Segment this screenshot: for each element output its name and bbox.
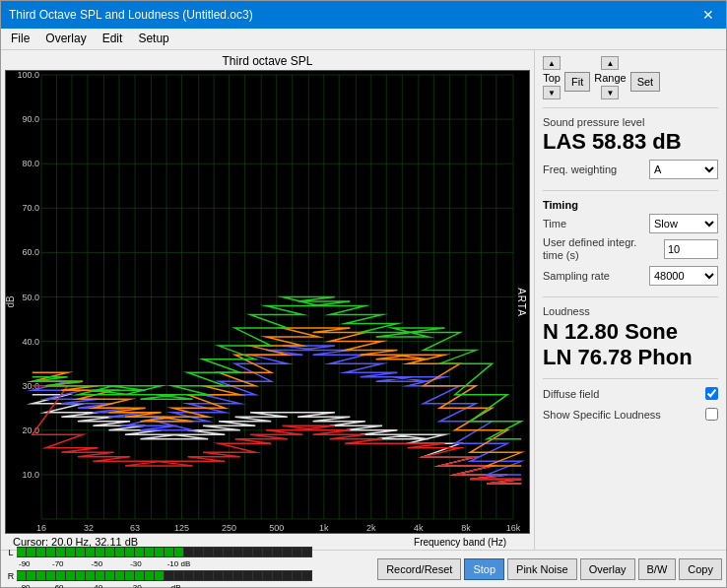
- window-title: Third Octave SPL and Loudness (Untitled.…: [9, 8, 253, 22]
- spl-section: Sound pressure level LAS 58.83 dB: [543, 116, 718, 154]
- user-integr-row: User defined integr. time (s): [543, 236, 718, 262]
- timing-title: Timing: [543, 199, 718, 211]
- right-panel: ▲ Top ▼ Fit ▲ Range ▼ Set: [534, 50, 726, 550]
- r-meter-bar: [17, 570, 312, 581]
- divider-3: [543, 296, 718, 297]
- l-ticks: -90 -70 -50 -30 -10 dB: [5, 559, 373, 568]
- chart-canvas: [6, 71, 529, 533]
- sampling-select[interactable]: 44100 48000 96000: [649, 266, 718, 286]
- loudness-label: Loudness: [543, 305, 718, 317]
- loudness-n-value: N 12.80 Sone: [543, 319, 718, 345]
- chart-container: ARTA: [5, 70, 530, 534]
- arta-label: ARTA: [516, 288, 527, 317]
- show-specific-checkbox[interactable]: [705, 408, 718, 421]
- tick-l-50: -50: [92, 559, 103, 568]
- diffuse-field-checkbox[interactable]: [705, 387, 718, 400]
- menu-overlay[interactable]: Overlay: [39, 31, 92, 47]
- copy-button[interactable]: Copy: [679, 558, 722, 580]
- divider-2: [543, 190, 718, 191]
- nav-group-fit: Fit: [564, 56, 590, 92]
- tick-r-60: -60: [52, 583, 64, 588]
- diffuse-field-label: Diffuse field: [543, 388, 599, 400]
- freq-band-label: Frequency band (Hz): [414, 537, 526, 548]
- stop-button[interactable]: Stop: [464, 558, 504, 580]
- overlay-button[interactable]: Overlay: [580, 558, 635, 580]
- sampling-row: Sampling rate 44100 48000 96000: [543, 266, 718, 286]
- freq-weighting-label: Freq. weighting: [543, 163, 617, 175]
- main-content: Third octave SPL ARTA Cursor: 20.0 Hz, 3…: [1, 50, 726, 550]
- top-down-button[interactable]: ▼: [543, 86, 561, 99]
- meter-row-l: L: [5, 546, 373, 558]
- show-specific-row: Show Specific Loudness: [543, 408, 718, 421]
- tick-l-10: -10 dB: [167, 559, 191, 568]
- menu-edit[interactable]: Edit: [97, 31, 129, 47]
- sampling-label: Sampling rate: [543, 270, 610, 282]
- user-integr-input[interactable]: [664, 239, 718, 259]
- tick-r-db: dB: [171, 583, 181, 588]
- spl-label: Sound pressure level: [543, 116, 718, 128]
- tick-l-70: -70: [52, 559, 64, 568]
- pink-noise-button[interactable]: Pink Noise: [507, 558, 577, 580]
- timing-section: Timing Time Fast Slow Impulse User defin…: [543, 199, 718, 288]
- l-meter-bar: [17, 547, 312, 557]
- menu-bar: File Overlay Edit Setup: [1, 29, 726, 50]
- show-specific-label: Show Specific Loudness: [543, 409, 661, 421]
- tick-r-20: -20: [130, 583, 142, 588]
- time-select[interactable]: Fast Slow Impulse: [649, 214, 718, 233]
- time-label: Time: [543, 218, 566, 229]
- l-label: L: [5, 548, 17, 557]
- range-up-button[interactable]: ▲: [601, 56, 619, 70]
- freq-weighting-row: Freq. weighting A B C Z: [543, 160, 718, 179]
- nav-group-range: ▲ Range ▼: [594, 56, 626, 99]
- nav-group-top: ▲ Top ▼: [543, 56, 561, 99]
- set-button[interactable]: Set: [630, 72, 661, 92]
- r-label: R: [5, 571, 17, 581]
- divider-1: [543, 107, 718, 108]
- menu-file[interactable]: File: [5, 31, 35, 47]
- meter-row-r: R: [5, 569, 373, 582]
- loudness-section: Loudness N 12.80 Sone LN 76.78 Phon: [543, 305, 718, 371]
- close-button[interactable]: ✕: [698, 7, 718, 23]
- top-label: Top: [543, 72, 561, 84]
- tick-l-30: -30: [130, 559, 142, 568]
- divider-4: [543, 378, 718, 379]
- record-reset-button[interactable]: Record/Reset: [377, 558, 461, 580]
- fit-button[interactable]: Fit: [564, 72, 590, 92]
- spl-value: LAS 58.83 dB: [543, 130, 718, 154]
- user-integr-label: User defined integr. time (s): [543, 236, 641, 262]
- menu-setup[interactable]: Setup: [132, 31, 174, 47]
- freq-weighting-select[interactable]: A B C Z: [649, 160, 718, 179]
- title-bar: Third Octave SPL and Loudness (Untitled.…: [1, 1, 726, 29]
- main-window: Third Octave SPL and Loudness (Untitled.…: [0, 0, 727, 588]
- bw-button[interactable]: B/W: [638, 558, 677, 580]
- r-ticks: -80 -60 -40 -20 dB: [5, 583, 373, 588]
- l-meter-canvas: [17, 547, 312, 557]
- chart-area: Third octave SPL ARTA Cursor: 20.0 Hz, 3…: [1, 50, 534, 550]
- time-row: Time Fast Slow Impulse: [543, 214, 718, 233]
- nav-group-set: Set: [630, 56, 661, 92]
- range-down-button[interactable]: ▼: [601, 86, 619, 99]
- diffuse-field-row: Diffuse field: [543, 387, 718, 400]
- level-meters-wrapper: L -90 -70 -50 -30 -10 dB R -80 -60: [5, 546, 373, 588]
- nav-controls: ▲ Top ▼ Fit ▲ Range ▼ Set: [543, 56, 718, 99]
- chart-title: Third octave SPL: [5, 54, 530, 68]
- level-meter-area: L -90 -70 -50 -30 -10 dB R -80 -60: [1, 550, 726, 587]
- top-up-button[interactable]: ▲: [543, 56, 561, 70]
- bottom-buttons: Record/Reset Stop Pink Noise Overlay B/W…: [377, 558, 722, 580]
- loudness-ln-value: LN 76.78 Phon: [543, 345, 718, 370]
- tick-r-40: -40: [92, 583, 103, 588]
- range-label: Range: [594, 72, 626, 84]
- r-meter-canvas: [17, 570, 312, 581]
